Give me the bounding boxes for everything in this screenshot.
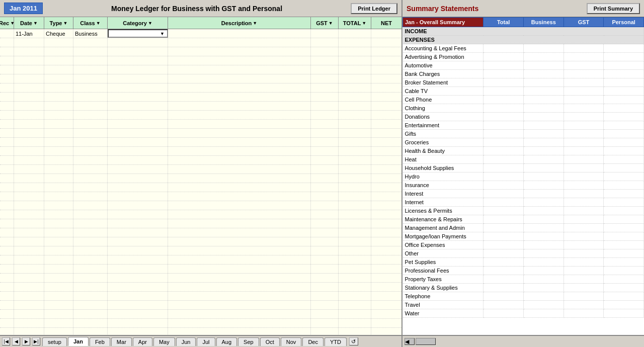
tab-feb[interactable]: Feb [90, 337, 110, 346]
tab-nav-last[interactable]: ▶| [32, 337, 40, 345]
header-date[interactable]: Date ▼ [14, 17, 44, 29]
gst-cell [311, 301, 339, 309]
tab-apr[interactable]: Apr [133, 337, 152, 346]
tab-ytd[interactable]: YTD [325, 337, 347, 346]
desc-cell [168, 74, 311, 83]
ledger-row [0, 319, 401, 328]
main-content: Rec ▼ Date ▼ Type ▼ Class ▼ Category ▼ [0, 17, 644, 335]
rec-cell [0, 301, 14, 309]
ledger-row [0, 183, 401, 192]
net-cell[interactable] [371, 29, 401, 38]
gst-cell [311, 165, 339, 173]
ledger-body: 11-JanChequeBusiness▼ [0, 29, 401, 335]
desc-cell [168, 255, 311, 264]
date-cell [14, 237, 44, 246]
rec-cell[interactable] [0, 29, 14, 38]
rec-cell [0, 138, 14, 146]
date-cell[interactable]: 11-Jan [14, 29, 44, 38]
summary-value-cell [604, 224, 644, 232]
summary-value-cell [564, 215, 604, 224]
class-cell[interactable]: Business [73, 29, 108, 38]
gst-cell [311, 83, 339, 92]
tab-jul[interactable]: Jul [197, 337, 215, 346]
net-cell [371, 328, 401, 335]
type-cell[interactable]: Cheque [44, 29, 73, 38]
summary-value-cell [564, 275, 604, 284]
ledger-row[interactable]: 11-JanChequeBusiness▼ [0, 29, 401, 38]
tab-nav-first[interactable]: |◀ [2, 337, 10, 345]
summary-value-cell [604, 147, 644, 155]
tab-dec[interactable]: Dec [302, 337, 324, 346]
date-cell [14, 65, 44, 74]
summary-row-label: Office Expenses [403, 241, 484, 249]
ledger-row [0, 255, 401, 265]
summary-data-row: Accounting & Legal Fees [403, 44, 644, 53]
tab-jan[interactable]: Jan [68, 337, 89, 346]
tab-nav-next[interactable]: ▶ [22, 337, 30, 345]
gst-sort-icon: ▼ [329, 21, 333, 26]
summary-value-cell [564, 181, 604, 190]
header-net[interactable]: NET [371, 17, 401, 29]
tab-aug[interactable]: Aug [216, 337, 237, 346]
desc-cell [168, 111, 311, 119]
header-rec[interactable]: Rec ▼ [0, 17, 14, 29]
desc-cell [168, 219, 311, 228]
total-cell [339, 219, 371, 228]
category-cell [108, 38, 168, 47]
header-gst[interactable]: GST ▼ [311, 17, 339, 29]
ledger-row [0, 93, 401, 102]
category-dropdown-arrow[interactable]: ▼ [160, 31, 165, 36]
print-ledger-button[interactable]: Print Ledger [351, 3, 397, 14]
summary-data-row: Office Expenses [403, 241, 644, 249]
date-cell [14, 210, 44, 219]
category-cell [108, 328, 168, 335]
date-cell [14, 93, 44, 101]
class-cell [73, 228, 108, 237]
date-cell [14, 147, 44, 155]
gst-cell [311, 102, 339, 110]
summary-scrollbar[interactable] [416, 338, 436, 345]
net-cell [371, 138, 401, 146]
tab-may[interactable]: May [153, 337, 175, 346]
category-cell[interactable]: ▼ [108, 29, 168, 38]
total-cell[interactable] [339, 29, 371, 38]
tab-sep[interactable]: Sep [238, 337, 259, 346]
gst-cell [311, 156, 339, 164]
tab-mar[interactable]: Mar [111, 337, 132, 346]
summary-value-cell [523, 78, 564, 87]
tab-refresh-button[interactable]: ↺ [349, 337, 358, 345]
header-description[interactable]: Description ▼ [168, 17, 311, 29]
summary-data-row: Groceries [403, 138, 644, 147]
print-summary-button[interactable]: Print Summary [587, 3, 640, 14]
tab-jun[interactable]: Jun [176, 337, 196, 346]
summary-scroll-left[interactable]: ◀ [405, 338, 415, 345]
gst-cell [311, 228, 339, 237]
header-total[interactable]: TOTAL ▼ [339, 17, 371, 29]
category-cell [108, 102, 168, 110]
summary-value-cell [484, 215, 524, 224]
net-cell [371, 56, 401, 65]
rec-cell [0, 156, 14, 164]
tab-nov[interactable]: Nov [281, 337, 302, 346]
class-cell [73, 102, 108, 110]
net-cell [371, 183, 401, 192]
header-class[interactable]: Class ▼ [73, 17, 108, 29]
date-cell [14, 274, 44, 282]
desc-cell[interactable] [168, 29, 311, 38]
total-cell [339, 174, 371, 183]
class-cell [73, 292, 108, 300]
summary-value-cell [484, 249, 524, 258]
ledger-row [0, 38, 401, 47]
type-cell [44, 255, 73, 264]
gst-cell [311, 174, 339, 183]
summary-value-cell [484, 241, 524, 249]
tab-oct[interactable]: Oct [260, 337, 280, 346]
tab-nav-prev[interactable]: ◀ [12, 337, 20, 345]
summary-value-cell [523, 190, 564, 198]
summary-value-cell [604, 96, 644, 104]
header-type[interactable]: Type ▼ [44, 17, 73, 29]
rec-cell [0, 310, 14, 318]
tab-setup[interactable]: setup [42, 337, 67, 346]
header-category[interactable]: Category ▼ [108, 17, 168, 29]
gst-cell[interactable] [311, 29, 339, 38]
